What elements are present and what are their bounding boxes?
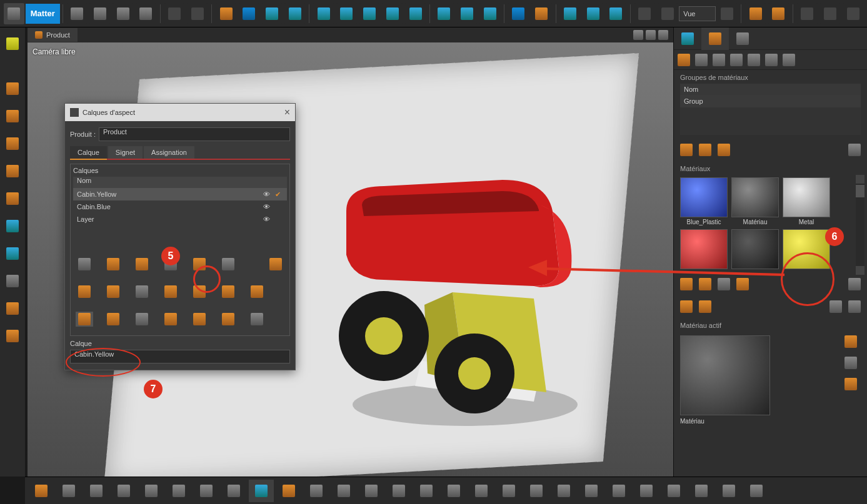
sphere-icon[interactable] <box>718 278 730 290</box>
dup-group-icon[interactable] <box>699 144 711 156</box>
bt-ring-button[interactable] <box>716 480 741 502</box>
edit-material-icon[interactable] <box>736 278 749 290</box>
layer-name-input[interactable]: Cabin.Yellow <box>70 350 290 363</box>
dialog-tab-assignation[interactable]: Assignation <box>144 146 194 159</box>
bt-sphere3-button[interactable] <box>441 480 466 502</box>
rx2-button[interactable] <box>1 325 24 347</box>
fwd-button[interactable] <box>717 3 738 24</box>
r3-i2-icon[interactable] <box>104 312 122 327</box>
dialog-tab-calque[interactable]: Calque <box>70 146 107 160</box>
scale-button[interactable] <box>479 3 500 24</box>
scroll-up-icon[interactable] <box>856 175 864 184</box>
bt-layers-button[interactable] <box>276 480 301 502</box>
bt-sliders-button[interactable] <box>221 480 246 502</box>
bt-globe3-button[interactable] <box>496 480 521 502</box>
rx1-button[interactable] <box>1 297 24 320</box>
bt-measure-button[interactable] <box>606 480 631 502</box>
bt-star-button[interactable] <box>524 480 549 502</box>
obj2-button[interactable] <box>583 3 603 24</box>
save-button[interactable] <box>113 3 133 24</box>
product-tab[interactable]: Product <box>28 28 78 42</box>
undo-button[interactable] <box>164 3 185 24</box>
r2-i3-icon[interactable] <box>133 284 151 299</box>
r2-i5-icon[interactable] <box>191 284 208 299</box>
material-item[interactable]: Metal <box>783 177 830 225</box>
material-item[interactable] <box>680 229 728 270</box>
layer-x-button[interactable] <box>1 77 24 100</box>
trash-icon[interactable] <box>848 144 861 156</box>
redo-button[interactable] <box>187 3 208 24</box>
film-icon[interactable] <box>783 54 795 66</box>
gear-icon[interactable] <box>765 54 778 66</box>
bt-stack2-button[interactable] <box>359 480 384 502</box>
save-mat-icon[interactable] <box>699 300 711 313</box>
r3-i4-icon[interactable] <box>162 312 179 327</box>
library-button[interactable] <box>136 3 156 24</box>
obj1-button[interactable] <box>560 3 581 24</box>
walk-button[interactable] <box>382 3 403 24</box>
lightning2-button[interactable] <box>1 105 24 127</box>
visibility-icon[interactable]: 👁 <box>261 203 272 210</box>
visibility-icon[interactable]: 👁 <box>261 190 272 198</box>
end3-button[interactable] <box>843 3 863 24</box>
bt-list-button[interactable] <box>414 480 439 502</box>
end2-button[interactable] <box>820 3 841 24</box>
explode1-button[interactable] <box>508 3 529 24</box>
check-icon[interactable]: ✔ <box>272 190 283 199</box>
rp-tab-library[interactable] <box>701 27 729 50</box>
globe-icon[interactable] <box>730 54 743 66</box>
duplicate-layer-icon[interactable] <box>133 257 151 272</box>
brush-icon[interactable] <box>718 144 730 156</box>
bt-render-button[interactable] <box>29 480 54 502</box>
checker-icon[interactable] <box>695 54 708 66</box>
bt-aperture-button[interactable] <box>469 480 494 502</box>
check-mark-icon[interactable] <box>844 378 857 390</box>
select-button[interactable] <box>216 3 236 24</box>
material-sphere-icon[interactable] <box>678 54 690 66</box>
bt-tag-button[interactable] <box>689 480 714 502</box>
bt-glasses-button[interactable] <box>661 480 686 502</box>
layer-row[interactable]: Cabin.Blue 👁 <box>73 200 287 213</box>
active-sphere-icon[interactable] <box>844 357 857 369</box>
arrow-tool-button[interactable] <box>4 3 24 24</box>
bt-material-button[interactable] <box>249 480 274 502</box>
bt-img1-button[interactable] <box>56 480 81 502</box>
dialog-titlebar[interactable]: Calques d'aspect × <box>65 104 295 121</box>
trash-layer-icon[interactable] <box>267 257 284 272</box>
new-multimat-icon[interactable] <box>699 278 711 290</box>
vis-button[interactable] <box>606 3 626 24</box>
bt-pen-button[interactable] <box>634 480 659 502</box>
back-button[interactable] <box>634 3 655 24</box>
nav-rotate-button[interactable] <box>262 3 283 24</box>
refresh2-button[interactable] <box>658 3 678 24</box>
group-row[interactable]: Group <box>680 95 861 107</box>
layer-row[interactable]: Layer 👁 <box>73 213 287 225</box>
material-item[interactable] <box>731 229 779 270</box>
layer-gray2-icon[interactable] <box>219 257 237 272</box>
picker-icon[interactable] <box>76 257 93 272</box>
scroll-thumb[interactable] <box>856 185 864 197</box>
rp-tab-1[interactable] <box>674 27 701 50</box>
visibility-icon[interactable]: 👁 <box>261 215 272 223</box>
r3-i3-icon[interactable] <box>133 312 151 327</box>
product-input[interactable]: Product <box>99 127 290 141</box>
material-item[interactable] <box>783 229 830 270</box>
r2-i1-icon[interactable] <box>76 284 93 299</box>
rotate3d-button[interactable] <box>457 3 478 24</box>
r2-i4-icon[interactable] <box>162 284 179 299</box>
bt-sun-button[interactable] <box>139 480 164 502</box>
trash3-icon[interactable] <box>829 300 842 313</box>
bt-img2-button[interactable] <box>84 480 109 502</box>
r2-i7-icon[interactable] <box>248 284 266 299</box>
app-brand-button[interactable]: Matter <box>26 4 60 24</box>
view-dropdown[interactable]: Vue <box>679 6 715 21</box>
new-material-icon[interactable] <box>680 278 693 290</box>
rp-tab-folder[interactable] <box>729 27 756 50</box>
layer-down-button[interactable] <box>768 3 789 24</box>
scroll-down-icon[interactable] <box>856 266 864 275</box>
plus-circle-button[interactable] <box>1 242 24 265</box>
eye-circle-button[interactable] <box>1 215 24 237</box>
layer-up-button[interactable] <box>745 3 766 24</box>
person-button[interactable] <box>405 3 426 24</box>
fit-button[interactable] <box>313 3 334 24</box>
